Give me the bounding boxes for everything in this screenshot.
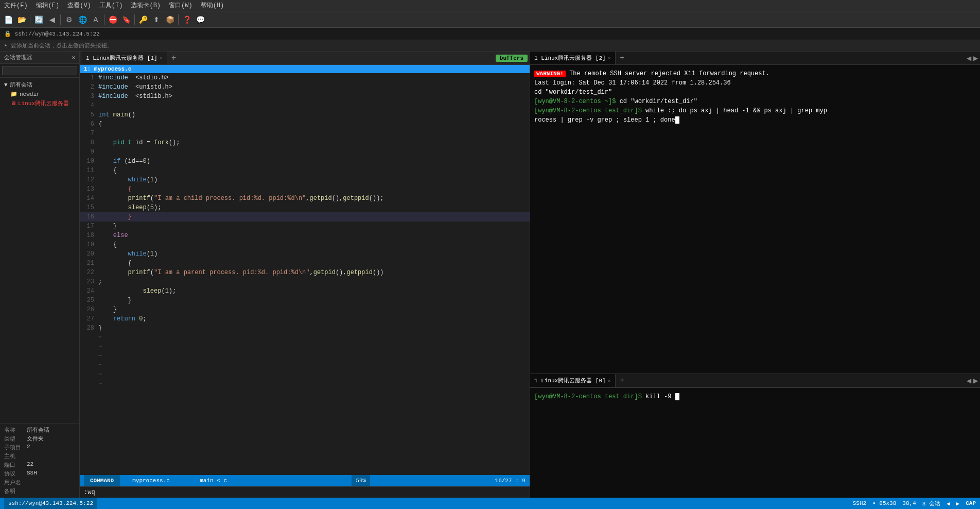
tree-item-linux-server[interactable]: 🖥 Linux腾讯云服务器 [0,98,79,108]
main-layout: 会话管理器 ✕ ▼ 所有会话 📁 newdir 🖥 Linux腾讯云服务器 名称 [0,52,980,498]
code-line-tilde-5: ~ [80,370,530,379]
prop-name: 名称 所有会话 [2,426,77,434]
code-line-1: 1 #include <stdio.h> [80,73,530,82]
prop-subitem: 子项目 2 [2,443,77,452]
toolbar-upload[interactable]: ⬆ [150,13,163,26]
toolbar-help[interactable]: ❓ [181,13,193,26]
tree-item-all-sessions[interactable]: ▼ 所有会话 [0,80,79,90]
terminal-2-line-1: [wyn@VM-8-2-centos test_dir]$ kill -9 [534,392,976,401]
menu-edit[interactable]: 编辑(E) [34,0,62,11]
terminal-2-tab-close[interactable]: ✕ [608,378,611,384]
editor-tab-1[interactable]: 1 Linux腾讯云服务器 [1] ✕ [82,52,167,64]
toolbar-font[interactable]: A [90,13,102,26]
code-line-7: 7 [80,129,530,138]
terminal-2-tab[interactable]: 1 Linux腾讯云服务器 [0] ✕ [530,374,616,387]
toolbar-back[interactable]: ◀ [46,13,58,26]
terminal-1-add-tab[interactable]: + [616,54,629,63]
toolbar-sep3 [104,14,104,25]
status-ssh-indicator: ssh://wyn@43.143.224.5:22 [4,498,97,509]
terminal-2-nav-right[interactable]: ▶ [973,377,978,384]
status-cols: ▪ 85x38 [872,500,896,506]
toolbar-new[interactable]: 📄 [2,13,14,26]
tree-item-linux-label: Linux腾讯云服务器 [18,99,69,107]
code-line-19: 19 { [80,240,530,249]
code-line-14: 14 printf("I am a child process. pid:%d.… [80,194,530,203]
tab-1-close[interactable]: ✕ [160,55,163,61]
toolbar-open[interactable]: 📂 [15,13,28,26]
terminal-2-add-tab[interactable]: + [616,376,629,385]
sidebar-collapse-icon[interactable]: ✕ [72,54,75,61]
toolbar-chat[interactable]: 💬 [194,13,206,26]
code-line-20: 20 while(1) [80,249,530,259]
terminal-1-line-4: [wyn@VM-8-2-centos ~]$ cd "workdir/test_… [534,97,976,106]
code-line-11: 11 { [80,166,530,175]
code-line-3: 3 #include <stdlib.h> [80,92,530,101]
code-line-tilde-1: ~ [80,333,530,342]
code-line-2: 2 #include <unistd.h> [80,82,530,92]
menu-window[interactable]: 窗口(W) [167,0,195,11]
properties-panel: 名称 所有会话 类型 文件夹 子项目 2 主机 端口 22 协议 SSH [0,423,79,498]
menu-view[interactable]: 查看(V) [65,0,93,11]
editor-tab-bar: 1 Linux腾讯云服务器 [1] ✕ + buffers [80,52,530,65]
bottom-status-bar: ssh://wyn@43.143.224.5:22 SSH2 ▪ 85x38 3… [0,498,980,509]
terminal-1-tab-bar: 1 Linux腾讯云服务器 [2] ✕ + ◀ ▶ [530,52,980,65]
notification-bar: ➤ 要添加当前会话，点击左侧的箭头按钮。 [0,40,980,52]
toolbar-key[interactable]: 🔑 [137,13,149,26]
toolbar-download[interactable]: 📦 [164,13,176,26]
tab-1-label: 1 Linux腾讯云服务器 [1] [86,54,157,62]
tree-item-newdir[interactable]: 📁 newdir [0,90,79,98]
tab-add-button[interactable]: + [167,54,181,63]
terminal-1-line-3: cd "workdir/test_dir" [534,88,976,97]
folder-icon: 📁 [10,91,18,97]
menu-tools[interactable]: 工具(T) [97,0,125,11]
terminal-1-tab[interactable]: 1 Linux腾讯云服务器 [2] ✕ [530,52,616,64]
code-line-tilde-3: ~ [80,351,530,361]
code-line-tilde-2: ~ [80,342,530,351]
status-ssh2: SSH2 [853,500,866,506]
vim-cmd-text: :wq [84,489,95,496]
terminal-2-cursor [675,393,679,400]
prop-port: 端口 22 [2,461,77,469]
code-line-tilde-4: ~ [80,361,530,370]
terminal-2-nav-left[interactable]: ◀ [967,377,971,384]
warning-badge: WARNING! [534,71,566,77]
menu-file[interactable]: 文件(F) [2,0,30,11]
server-icon: 🖥 [10,100,16,107]
toolbar-sep4 [134,14,135,25]
terminal-1-cursor [675,116,679,124]
menu-bar: 文件(F) 编辑(E) 查看(V) 工具(T) 选项卡(B) 窗口(W) 帮助(… [0,0,980,11]
sidebar: 会话管理器 ✕ ▼ 所有会话 📁 newdir 🖥 Linux腾讯云服务器 名称 [0,52,80,498]
editor-pct-value: 59% [356,478,366,484]
status-nav-right[interactable]: ▶ [956,500,960,507]
sidebar-search-input[interactable] [2,66,77,75]
code-line-9: 9 [80,147,530,157]
code-line-24: 24 sleep(1); [80,286,530,296]
terminal-2-content[interactable]: [wyn@VM-8-2-centos test_dir]$ kill -9 [530,387,980,490]
tree-expand-icon: ▼ [4,82,8,88]
toolbar-globe[interactable]: 🌐 [76,13,89,26]
code-area[interactable]: 1 #include <stdio.h> 2 #include <unistd.… [80,73,530,475]
toolbar-refresh[interactable]: 🔄 [32,13,45,26]
menu-help[interactable]: 帮助(H) [199,0,226,11]
prop-host: 主机 [2,452,77,461]
address-text[interactable]: ssh://wyn@43.143.224.5:22 [15,31,100,37]
terminal-1-content[interactable]: WARNING! The remote SSH server rejected … [530,65,980,374]
right-pane: 1 Linux腾讯云服务器 [2] ✕ + ◀ ▶ WARNING! The r… [530,52,980,498]
code-line-tilde-6: ~ [80,379,530,388]
status-nav-left[interactable]: ◀ [947,500,950,507]
editor-pane: 1 Linux腾讯云服务器 [1] ✕ + buffers 1: myproce… [80,52,530,498]
editor-percent: 59% [352,475,370,486]
editor-filename: myprocess.c [132,478,170,484]
code-line-23: 23 ; [80,277,530,286]
sidebar-search-container [0,64,79,78]
toolbar-bookmark[interactable]: 🔖 [120,13,132,26]
menu-tabs[interactable]: 选项卡(B) [129,0,163,11]
terminal-1-tab-close[interactable]: ✕ [608,55,611,61]
editor-status-bar: COMMAND myprocess.c main < c 59% 16/27 :… [80,475,530,486]
toolbar-stop[interactable]: ⛔ [107,13,119,26]
toolbar-config[interactable]: ⚙ [63,13,75,26]
terminal-1-nav-left[interactable]: ◀ [967,55,971,62]
terminal-1-nav-right[interactable]: ▶ [973,55,978,62]
terminal-1-line-1: WARNING! The remote SSH server rejected … [534,69,976,78]
prop-type: 类型 文件夹 [2,434,77,443]
